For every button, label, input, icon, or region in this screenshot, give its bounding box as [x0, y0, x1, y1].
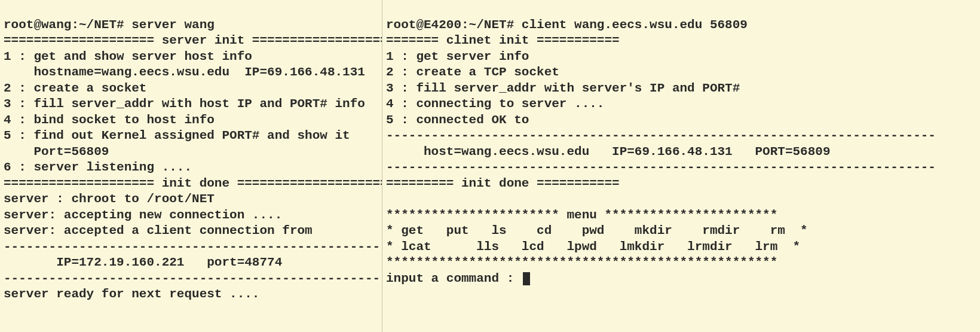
client-menu-header: *********************** menu ***********…: [386, 208, 777, 222]
client-step-2: 2 : create a TCP socket: [386, 65, 559, 79]
server-init-done: ==================== init done =========…: [4, 176, 382, 190]
client-terminal[interactable]: root@E4200:~/NET# client wang.eecs.wsu.e…: [382, 0, 980, 332]
client-menu-row-2: * lcat lls lcd lpwd lmkdir lrmdir lrm *: [386, 240, 800, 254]
server-step-5b: Port=56809: [4, 145, 109, 159]
client-dashes-2: ----------------------------------------…: [386, 160, 936, 174]
client-host-line: host=wang.eecs.wsu.edu IP=69.166.48.131 …: [386, 145, 831, 159]
server-prompt: root@wang:~/NET# server wang: [4, 18, 215, 32]
server-dashes-2: ----------------------------------------…: [4, 272, 382, 285]
server-step-6: 6 : server listening ....: [4, 160, 192, 174]
server-step-1b: hostname=wang.eecs.wsu.edu IP=69.166.48.…: [4, 65, 365, 79]
client-input-prompt: input a command :: [386, 272, 522, 285]
client-init-done: ========= init done ===========: [386, 176, 620, 190]
server-accepting: server: accepting new connection ....: [4, 208, 282, 222]
terminal-split: root@wang:~/NET# server wang ===========…: [0, 0, 980, 332]
server-init-header: ==================== server init =======…: [4, 33, 382, 47]
client-menu-footer: ****************************************…: [386, 255, 777, 269]
client-step-1: 1 : get server info: [386, 50, 529, 63]
server-step-5a: 5 : find out Kernel assigned PORT# and s…: [4, 129, 350, 142]
server-accepted: server: accepted a client connection fro…: [4, 224, 313, 237]
server-chroot: server : chroot to /root/NET: [4, 192, 215, 206]
client-init-header: ======= clinet init ===========: [386, 33, 620, 47]
client-step-5: 5 : connected OK to: [386, 113, 529, 127]
server-step-2: 2 : create a socket: [4, 81, 146, 95]
server-dashes-1: ----------------------------------------…: [4, 240, 382, 254]
cursor-icon: [523, 272, 530, 285]
client-step-3: 3 : fill server_addr with server's IP an…: [386, 81, 740, 95]
client-prompt: root@E4200:~/NET# client wang.eecs.wsu.e…: [386, 18, 748, 32]
server-step-3: 3 : fill server_addr with host IP and PO…: [4, 97, 365, 111]
server-step-4: 4 : bind socket to host info: [4, 113, 215, 127]
client-menu-row-1: * get put ls cd pwd mkdir rmdir rm *: [386, 224, 808, 237]
server-step-1a: 1 : get and show server host info: [4, 50, 252, 63]
server-client-ip: IP=172.19.160.221 port=48774: [4, 255, 282, 269]
server-terminal[interactable]: root@wang:~/NET# server wang ===========…: [0, 0, 382, 332]
client-step-4: 4 : connecting to server ....: [386, 97, 604, 111]
client-dashes-1: ----------------------------------------…: [386, 129, 936, 142]
server-ready: server ready for next request ....: [4, 287, 259, 301]
